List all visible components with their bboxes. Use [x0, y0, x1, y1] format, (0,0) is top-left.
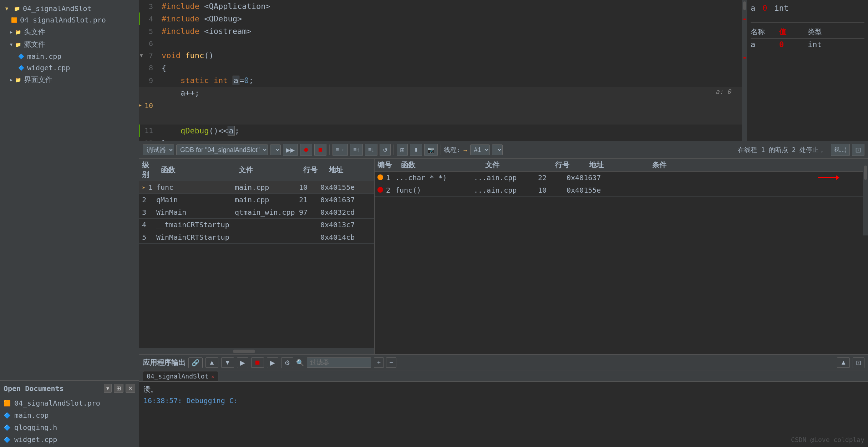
debug-btn-step-out[interactable]: ≡↓ [365, 144, 377, 156]
callstack-hscroll-thumb [233, 350, 255, 353]
tree-pro-file[interactable]: 🟧 04_signalAndSlot.pro [0, 14, 139, 26]
bp-row-2[interactable]: 2 func() ...ain.cpp 10 0x40155e [375, 184, 868, 197]
gdb-selector[interactable]: GDB for "04_signalAndSlot" [176, 144, 268, 155]
debug-btn-continue[interactable]: ▶▶ [283, 144, 298, 156]
open-docs-dropdown-btn[interactable]: ▾ [104, 384, 112, 393]
cs-row-2[interactable]: 2 qMain main.cpp 21 0x401637 [139, 194, 374, 206]
output-down-btn[interactable]: ▼ [221, 357, 234, 368]
cs-row-3-func: WinMain [156, 208, 235, 217]
debug-btn-interrupt[interactable]: ⏺ [300, 144, 312, 156]
bp-col-cond: 条件 [652, 160, 865, 170]
output-settings-btn[interactable]: ⚙ [281, 357, 293, 368]
cs-row-3-line: 97 [299, 208, 320, 217]
project-tree: ▼ 📁 04_signalAndSlot 🟧 04_signalAndSlot.… [0, 0, 139, 380]
line-content-5: #include <iostream> [159, 25, 742, 37]
thread-selector[interactable]: #1 [470, 144, 490, 155]
bp-row-1[interactable]: 1 ...char * *) ...ain.cpp 22 0x401637 [375, 172, 868, 184]
cs-row-5[interactable]: 5 WinMainCRTStartup 0x4014cb [139, 231, 374, 244]
tree-headers-folder[interactable]: ▶ 📁 头文件 [0, 26, 139, 38]
open-docs-close-btn[interactable]: ✕ [126, 384, 135, 393]
output-add-btn[interactable]: + [374, 357, 384, 368]
output-float-btn[interactable]: ⊡ [853, 357, 864, 368]
tree-main-cpp[interactable]: 🔷 main.cpp [0, 51, 139, 62]
output-tab-row: 04_signalAndSlot ✕ [139, 371, 868, 382]
var-row-a-value: 0 [779, 40, 808, 49]
debug-btn-watch[interactable]: ⊞ [397, 144, 408, 156]
thread-selector-2[interactable] [492, 144, 503, 155]
debug-thread-arrow: → [463, 146, 467, 154]
output-content: 溃。 16:38:57: Debugging C: [139, 382, 868, 447]
open-docs-pro-icon: 🟧 [4, 400, 12, 407]
debug-view-btn[interactable]: 视...) [831, 144, 850, 156]
bp-row-1-file: ...ain.cpp [474, 173, 538, 182]
output-run-btn[interactable]: ▶ [237, 357, 248, 368]
tree-widget-cpp[interactable]: 🔷 widget.cpp [0, 62, 139, 73]
line-content-4: #include <QDebug> [159, 12, 742, 25]
cs-row-5-func: WinMainCRTStartup [156, 233, 235, 242]
output-refresh-btn[interactable]: ▶ [267, 357, 278, 368]
code-line-9: 9 static int a=0; [139, 74, 742, 87]
bottom-area: 级别 函数 文件 行号 地址 ➤1 func main.cpp 10 0x401… [139, 159, 868, 354]
debug-btn-step-over[interactable]: ≡→ [333, 144, 348, 156]
open-docs-widget-icon: 🔷 [4, 436, 12, 443]
open-docs-qlogging[interactable]: 🔷 qlogging.h [0, 421, 139, 433]
open-docs-header: Open Documents ▾ ⊞ ✕ [0, 381, 139, 396]
cs-row-4[interactable]: 4 __tmainCRTStartup 0x4013c7 [139, 219, 374, 231]
open-docs-split-btn[interactable]: ⊞ [114, 384, 123, 393]
code-line-6: 6 [139, 38, 742, 49]
output-tab-main[interactable]: 04_signalAndSlot ✕ [143, 371, 218, 381]
headers-arrow-icon: ▶ [10, 30, 12, 35]
cs-row-1-line: 10 [299, 183, 320, 192]
line-content-3: #include <QApplication> [159, 0, 742, 12]
watermark: CSDN @Love coldplay [791, 436, 864, 443]
code-scrollbar[interactable] [742, 0, 747, 141]
debug-btn-step-into[interactable]: ≡↑ [350, 144, 362, 156]
debug-btn-stop[interactable]: ⏹ [314, 144, 326, 156]
line-content-11: qDebug()<<a; [159, 125, 742, 137]
tree-sources-folder[interactable]: ▼ 📁 源文件 [0, 38, 139, 51]
open-docs-main[interactable]: 🔷 main.cpp [0, 409, 139, 421]
var-top-name: a [751, 4, 755, 12]
code-line-4: 4 #include <QDebug> [139, 12, 742, 25]
bp-col-line: 行号 [555, 160, 584, 170]
output-up-btn[interactable]: ▲ [205, 357, 218, 368]
callstack-header: 级别 函数 文件 行号 地址 [139, 159, 374, 181]
code-line-5: 5 #include <iostream> [139, 25, 742, 37]
code-panel[interactable]: 3 #include <QApplication> 4 #include <QD… [139, 0, 742, 141]
output-tab-close[interactable]: ✕ [211, 374, 214, 379]
cs-row-2-addr: 0x401637 [320, 195, 367, 204]
bp-vscrollbar[interactable] [863, 164, 868, 235]
cs-row-1[interactable]: ➤1 func main.cpp 10 0x40155e [139, 181, 374, 194]
output-expand-btn[interactable]: ▲ [837, 357, 850, 368]
bp-row-2-file: ...ain.cpp [474, 186, 538, 194]
output-minus-btn[interactable]: − [386, 357, 396, 368]
breakpoints-panel: 编号 函数 文件 行号 地址 条件 1 ...char * *) ...ain.… [375, 159, 868, 354]
scroll-thumb-top [743, 1, 746, 10]
cs-row-1-addr: 0x40155e [320, 183, 367, 192]
open-docs-widget[interactable]: 🔷 widget.cpp [0, 433, 139, 446]
debug-btn-restart[interactable]: ↺ [380, 144, 391, 156]
tree-project-root[interactable]: ▼ 📁 04_signalAndSlot [0, 3, 139, 14]
gdb-selector-2[interactable] [270, 144, 281, 155]
open-docs-pro[interactable]: 🟧 04_signalAndSlot.pro [0, 397, 139, 409]
line-num-7: 7 ▼ [139, 49, 159, 62]
vars-top-row: a 0 int [751, 4, 864, 12]
code-lines: 3 #include <QApplication> 4 #include <QD… [139, 0, 742, 141]
filter-input[interactable] [307, 357, 371, 368]
callstack-hscrollbar[interactable] [139, 348, 374, 354]
ui-folder-label: 界面文件 [24, 75, 52, 85]
debug-maximize-btn[interactable]: ⊡ [852, 144, 864, 156]
cs-row-3-addr: 0x4032cd [320, 208, 367, 217]
tree-ui-folder[interactable]: ▶ 📁 界面文件 [0, 73, 139, 86]
debugger-selector[interactable]: 调试器 [143, 144, 174, 155]
line-content-8: { [159, 62, 742, 74]
project-folder-icon: ▼ [3, 5, 11, 12]
output-clear-btn[interactable]: 🔗 [188, 357, 203, 368]
bp-red-arrow [818, 175, 839, 180]
debug-btn-pause[interactable]: ⏸ [410, 144, 422, 156]
output-stop-btn[interactable]: ⏹ [251, 357, 264, 368]
line-content-12: } [159, 137, 742, 141]
pro-file-icon: 🟧 [10, 16, 18, 24]
cs-row-3[interactable]: 3 WinMain qtmain_win.cpp 97 0x4032cd [139, 206, 374, 219]
debug-btn-snapshot[interactable]: 📷 [424, 144, 438, 156]
